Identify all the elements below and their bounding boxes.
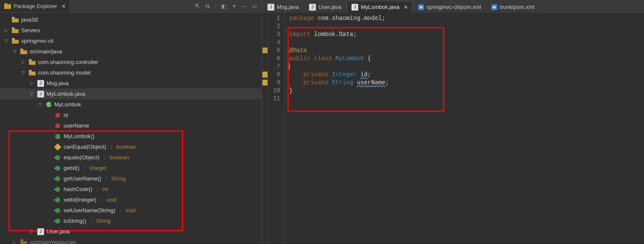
twisty-icon[interactable]: ▽ [37,99,43,110]
package-explorer-tree[interactable]: ▷javaSE▷Servers▽springmvc-cli▽src/main/j… [0,13,262,244]
view-tabbar: Package Explorer ✕ ⇱ ⇆ ◧ ▾ — ▭ [0,0,262,13]
code-line-6[interactable]: public class MyLombok { [289,55,644,63]
twisty-icon: ▷ [46,110,52,120]
tree-item-returntype: Integer [89,163,106,173]
twisty-icon: ▷ [46,141,52,152]
tree-project-javase[interactable]: ▷javaSE [0,14,262,25]
tree-pkg-model[interactable]: ▽com.shaoming.model [0,67,262,78]
twisty-icon[interactable]: ▽ [20,67,26,78]
folder-icon [12,17,19,23]
twisty-icon[interactable]: ▷ [29,78,35,89]
class-icon: C [46,102,52,108]
twisty-icon: ▷ [3,14,9,25]
tree-field-username[interactable]: ▷userName [0,120,262,131]
tree-project-springmvc[interactable]: ▽springmvc-cli [0,36,262,46]
twisty-icon[interactable]: ▽ [29,89,35,99]
line-number: 10 [268,87,280,95]
tree-m-hashcode[interactable]: ▷hashCode():int [0,184,262,194]
code-area[interactable]: package com.shaoming.model;import lombok… [285,13,644,244]
tab-mylombok[interactable]: JMyLombok.java✕ [347,1,413,13]
method-icon [55,166,60,171]
maximize-icon[interactable]: ▭ [251,3,258,10]
editor-tab-label: trunk/pom.xml [500,1,535,13]
line-number: 8 [268,71,280,79]
tree-item-label: getUserName() [64,173,101,184]
close-icon[interactable]: ✕ [61,3,66,9]
line-number: 4 [268,39,280,47]
tree-m-getusername[interactable]: ▷getUserName():String [0,173,262,184]
code-line-7[interactable] [289,63,644,71]
proj-icon [12,38,19,44]
tree-m-tostring[interactable]: ▷toString():String [0,216,262,226]
tab-pom1[interactable]: Mspringmvc-cli/pom.xml [413,1,486,13]
tree-m-equals[interactable]: ▷equals(Object):boolean [0,152,262,163]
view-menu-icon[interactable]: ▾ [230,3,238,10]
tree-srcfolder[interactable]: ▽src/main/java [0,46,262,57]
close-icon[interactable]: ✕ [404,1,408,13]
java-file-icon: J [268,4,274,11]
twisty-icon: ▷ [46,194,52,205]
link-editor-icon[interactable]: ⇆ [204,3,211,10]
tree-m-setusername[interactable]: ▷setUserName(String):void [0,205,262,216]
code-line-1[interactable]: package com.shaoming.model; [289,14,644,22]
code-line-2[interactable] [289,22,644,30]
code-line-5[interactable]: @Data [289,47,644,55]
editor-tab-label: Msg.java [277,1,299,13]
tree-class-mylombok[interactable]: ▽CMyLombok [0,99,262,110]
java-file-icon: J [37,91,44,97]
tree-ctor[interactable]: ▷MyLombok() [0,131,262,141]
maven-file-icon: M [491,4,497,10]
twisty-icon: ▷ [46,163,52,173]
tab-msg[interactable]: JMsg.java [263,1,304,13]
code-line-4[interactable] [289,39,644,47]
tree-file-user[interactable]: ▷JUser.java [0,226,262,237]
twisty-icon[interactable]: ▽ [3,36,9,46]
tree-item-label: MyLombok [54,99,81,110]
tree-m-canequal[interactable]: ▷canEqual(Object):boolean [0,141,262,152]
tree-item-returntype: String [96,216,111,226]
tree-item-label: id [64,110,68,120]
collapse-all-icon[interactable]: ⇱ [193,3,201,10]
method-icon [55,155,60,160]
tree-field-id[interactable]: ▷id [0,110,262,120]
tree-file-msg[interactable]: ▷JMsg.java [0,78,262,89]
twisty-icon[interactable]: ▽ [12,46,18,57]
annotation-yellow-icon[interactable] [262,72,268,78]
minimize-icon[interactable]: — [240,3,248,10]
tree-m-setid[interactable]: ▷setId(Integer):void [0,194,262,205]
tree-pkg-controller[interactable]: ▷com.shaoming.controller [0,57,262,67]
twisty-icon[interactable]: ▷ [29,226,35,237]
annotation-ruler [262,13,268,244]
tree-m-getid[interactable]: ▷getId():Integer [0,163,262,173]
code-line-11[interactable] [289,95,644,103]
code-line-9[interactable]: private String userName; [289,79,644,87]
twisty-icon: ▷ [46,184,52,194]
tab-pom2[interactable]: Mtrunk/pom.xml [487,1,539,13]
tree-item-label: canEqual(Object) [64,141,106,152]
package-explorer-label: Package Explorer [14,3,57,9]
tree-project-servers[interactable]: ▷Servers [0,25,262,36]
tab-user[interactable]: JUser.java [304,1,346,13]
tree-srcfolder-res[interactable]: ▷src/main/resources [0,237,262,244]
twisty-icon[interactable]: ▷ [20,57,26,67]
tree-item-returntype: void [106,194,117,205]
twisty-icon[interactable]: ▷ [12,237,18,244]
tree-item-label: setUserName(String) [64,205,115,216]
package-explorer-tab[interactable]: Package Explorer ✕ [0,0,70,12]
focus-icon[interactable]: ◧ [220,3,228,10]
annotation-warn-icon[interactable] [262,47,268,53]
tree-item-label: src/main/resources [30,237,76,244]
tree-file-mylombok[interactable]: ▽JMyLombok.java [0,89,262,99]
code-line-3[interactable]: import lombok.Data; [289,30,644,39]
java-file-icon: J [37,228,44,235]
code-line-10[interactable]: } [289,87,644,95]
editor-panel: JMsg.javaJUser.javaJMyLombok.java✕Msprin… [262,0,644,244]
tree-item-returntype: boolean [116,141,136,152]
code-line-8[interactable]: private Integer id; [289,71,644,79]
editor-tab-label: MyLombok.java [361,1,399,13]
twisty-icon[interactable]: ▷ [3,25,9,36]
constructor-icon [55,134,60,139]
line-number: 6 [268,55,280,63]
method-icon [55,208,60,213]
annotation-yellow-icon[interactable] [262,80,268,86]
